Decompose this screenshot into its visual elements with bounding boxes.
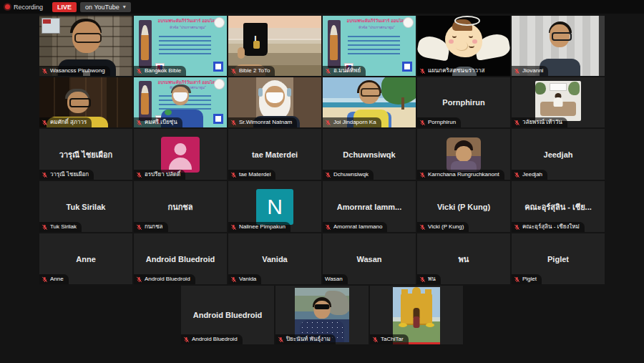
- participant-name-label: Anne: [39, 274, 69, 284]
- participant-tile[interactable]: คมศักดิ์ สุภาวร: [39, 77, 132, 127]
- participant-tile[interactable]: คณะอุร์สุลิน - เชีย...คณะอุร์สุลิน - เชี…: [512, 181, 605, 232]
- participant-name-label: Android Bluedroid: [181, 334, 243, 344]
- participant-name-text: Dchuwnsiwqk: [333, 171, 369, 178]
- participant-tile[interactable]: TaChiTar: [370, 286, 463, 344]
- participant-name-label: คมศักดิ์ สุภาวร: [39, 117, 92, 127]
- participant-tile[interactable]: อบรมพระคัมภีร์วันเสาร์ ออนไลน์หัวข้อ "ปร…: [134, 77, 227, 127]
- participant-name-text: Piglet: [522, 276, 537, 283]
- participant-tile[interactable]: Amornrat Iamm...Amornrat Iammano: [323, 181, 416, 232]
- participant-name-text: Jiovanni: [522, 67, 543, 74]
- participant-tile[interactable]: แผนกคริสตชนฆราวาส: [417, 16, 510, 76]
- muted-mic-icon: [136, 172, 142, 178]
- participant-name-label: คมศรี เบียซุ่น: [134, 117, 182, 127]
- participant-name-label: แผนกคริสตชนฆราวาส: [417, 66, 489, 76]
- headphone-right: [287, 88, 291, 97]
- participant-name-label: tae Materdei: [228, 170, 275, 180]
- plant-right: [568, 82, 580, 95]
- participant-name-text: Anne: [50, 276, 64, 283]
- participant-name-label: Karnchana Rungruchkanont: [417, 170, 504, 180]
- participant-name-text: วลัยพรณ์ เท้าวัน: [522, 119, 562, 126]
- participant-name-text: Vanida: [239, 276, 256, 283]
- muted-mic-icon: [136, 224, 142, 231]
- participant-tile[interactable]: Karnchana Rungruchkanont: [417, 129, 510, 180]
- wall-frame: [550, 83, 567, 91]
- participant-name-text: วารุณี ไชยเผือก: [50, 171, 89, 178]
- participant-name-text: Pornphirun: [428, 119, 456, 126]
- youtube-stream-dropdown[interactable]: on YouTube ▾: [80, 2, 131, 12]
- participant-name-text: อรปรียา ปลัดดิ์: [145, 171, 180, 178]
- gallery-row: Tuk SirilakTuk SirilakกนกชลกนกชลNNalinee…: [0, 181, 644, 232]
- wall-edge: [599, 16, 605, 76]
- muted-mic-icon: [419, 276, 426, 283]
- poster-title: อบรมพระคัมภีร์วันเสาร์ ออนไลน์: [153, 80, 222, 85]
- participant-tile[interactable]: Wasancss Piruhwong: [39, 16, 132, 76]
- participant-name-text: Amornrat Iammano: [333, 223, 382, 231]
- participant-name-text: Nalinee Pimpakun: [239, 223, 286, 231]
- muted-mic-icon: [136, 120, 142, 126]
- participant-name-label: Tuk Sirilak: [39, 222, 82, 232]
- participant-tile[interactable]: ปิยะนันท์ พันธุ์งาม: [275, 286, 369, 344]
- participant-name-text: TaChiTar: [381, 336, 404, 343]
- poster-logo: [215, 79, 224, 89]
- participant-tile[interactable]: Android BluedroidAndroid Bluedroid: [134, 233, 227, 284]
- participant-name-text: คมศรี เบียซุ่น: [145, 119, 177, 126]
- participant-tile[interactable]: วลัยพรณ์ เท้าวัน: [512, 77, 605, 127]
- participant-tile[interactable]: PornphirunPornphirun: [417, 77, 510, 127]
- participant-tile[interactable]: JeedjahJeedjah: [512, 129, 605, 180]
- muted-mic-icon: [325, 68, 331, 74]
- participant-name-label: อรปรียา ปลัดดิ์: [134, 170, 185, 180]
- live-badge[interactable]: LIVE: [52, 2, 77, 12]
- participant-name-label: Wasancss Piruhwong: [39, 66, 110, 76]
- muted-mic-icon: [419, 120, 426, 126]
- muted-mic-icon: [42, 224, 48, 231]
- participant-name-text: Jeedjah: [522, 171, 542, 178]
- participant-tile[interactable]: วารุณี ไชยเผือกวารุณี ไชยเผือก: [39, 129, 132, 180]
- tree-trunk: [401, 97, 404, 110]
- dome: [412, 287, 421, 297]
- participant-name-text: Sr.Wimonrat Natnam: [239, 119, 292, 126]
- muted-mic-icon: [136, 276, 142, 283]
- participant-tile[interactable]: Android BluedroidAndroid Bluedroid: [181, 286, 274, 344]
- participant-name-label: TaChiTar: [370, 334, 409, 344]
- participant-tile[interactable]: AnneAnne: [39, 233, 132, 284]
- participant-tile[interactable]: อบรมพระคัมภีร์วันเสาร์ ออนไลน์หัวข้อ "ปร…: [323, 16, 416, 76]
- participant-name-text: พน: [428, 276, 436, 283]
- participant-name-text: Joi Jindaporn Ka: [333, 119, 376, 126]
- participant-name-label: Pornphirun: [417, 117, 461, 127]
- gallery-row: คมศักดิ์ สุภาวรอบรมพระคัมภีร์วันเสาร์ ออ…: [0, 77, 644, 127]
- participant-tile[interactable]: Sr.Wimonrat Natnam: [228, 77, 321, 127]
- saint-figure: [141, 85, 150, 115]
- flowers-left: [399, 323, 407, 327]
- muted-mic-icon: [42, 276, 48, 283]
- participant-tile[interactable]: DchuwnsiwqkDchuwnsiwqk: [323, 129, 416, 180]
- muted-mic-icon: [514, 120, 520, 126]
- participant-tile[interactable]: พนพน: [417, 233, 510, 284]
- participant-name-label: Amornrat Iammano: [323, 222, 387, 232]
- participant-tile[interactable]: Vicki (P Kung)Vicki (P Kung): [417, 181, 510, 232]
- muted-mic-icon: [514, 276, 520, 283]
- participant-tile[interactable]: Joi Jindaporn Ka: [323, 77, 416, 127]
- muted-mic-icon: [230, 68, 237, 74]
- cup-emblem: [253, 41, 260, 49]
- face: [456, 146, 472, 162]
- participant-name-text: Wasan: [325, 276, 343, 283]
- participant-tile[interactable]: IBible 2 ToTo: [228, 16, 321, 76]
- participant-tile[interactable]: PigletPiglet: [512, 233, 605, 284]
- muted-mic-icon: [514, 68, 520, 74]
- participant-tile[interactable]: VanidaVanida: [228, 233, 321, 284]
- glasses: [74, 33, 102, 43]
- participant-tile[interactable]: tae Materdeitae Materdei: [228, 129, 321, 180]
- muted-mic-icon: [514, 224, 520, 231]
- participant-name-text: Tuk Sirilak: [50, 223, 77, 231]
- participant-tile[interactable]: อรปรียา ปลัดดิ์: [134, 129, 227, 180]
- cheek-left: [449, 39, 454, 44]
- participant-name-text: Bible 2 ToTo: [239, 67, 270, 74]
- participant-tile[interactable]: อบรมพระคัมภีร์วันเสาร์ ออนไลน์หัวข้อ "ปร…: [134, 16, 227, 76]
- participant-name-text: Bangkok Bible: [145, 67, 181, 74]
- participant-tile[interactable]: Jiovanni: [512, 16, 605, 76]
- participant-tile[interactable]: WasanWasan: [323, 233, 416, 284]
- participant-tile[interactable]: Tuk SirilakTuk Sirilak: [39, 181, 132, 232]
- participant-tile[interactable]: NNalinee Pimpakun: [228, 181, 321, 232]
- participant-tile[interactable]: กนกชลกนกชล: [134, 181, 227, 232]
- participant-name-label: Android Bluedroid: [134, 274, 195, 284]
